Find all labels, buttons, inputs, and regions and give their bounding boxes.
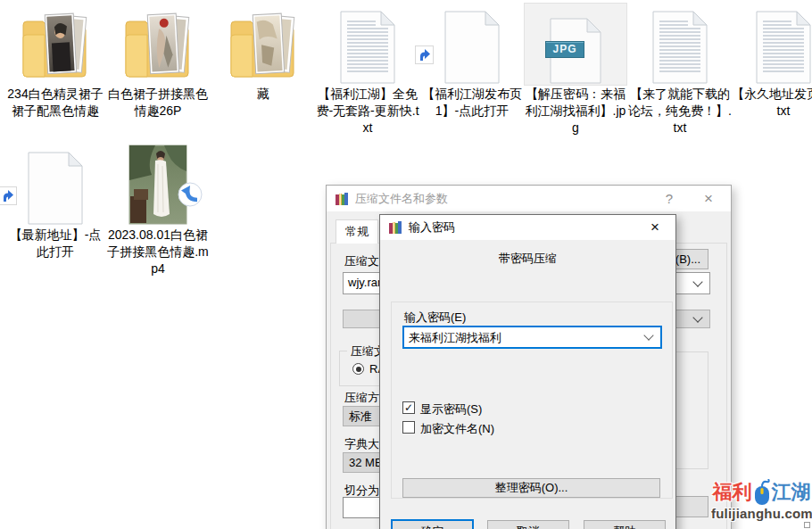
archive-name-label: 压缩文 <box>344 253 379 269</box>
method-label: 压缩方 <box>344 390 379 406</box>
desktop-item-folder-3[interactable]: 藏 <box>211 5 315 103</box>
file-name: 【永久地址发页】.txt <box>732 86 812 120</box>
text-file-icon[interactable] <box>732 5 812 84</box>
help-button[interactable]: ? <box>654 186 684 211</box>
encrypt-names-checkbox[interactable] <box>402 421 415 434</box>
folder-icon[interactable] <box>211 5 315 84</box>
winrar-icon <box>388 220 402 235</box>
mouse-icon <box>753 479 771 506</box>
desktop-item-video[interactable]: 2023.08.01白色裙子拼接黑色情趣.mp4 <box>106 143 210 277</box>
file-name: 【最新地址】-点此打开 <box>4 227 107 260</box>
password-value: 来福利江湖找福利 <box>409 331 501 344</box>
folder-icon[interactable] <box>4 5 107 84</box>
desktop-item-folder-2[interactable]: 白色裙子拼接黑色情趣26P <box>106 5 210 120</box>
video-file-icon[interactable] <box>106 143 210 225</box>
dictionary-label: 字典大 <box>344 436 379 452</box>
shortcut-arrow-icon <box>0 186 17 205</box>
desktop-item-txt-3[interactable]: 【永久地址发页】.txt <box>732 5 812 120</box>
archive-dialog-titlebar[interactable]: 压缩文件名和参数 ? × <box>327 186 731 211</box>
archive-dialog-title: 压缩文件名和参数 <box>355 191 448 207</box>
blank-page-icon <box>444 11 500 84</box>
jpg-file-icon[interactable]: JPG <box>524 5 627 84</box>
file-name: 【福利江湖发布页1】-点此打开 <box>420 86 524 120</box>
shortcut-file-icon[interactable] <box>4 146 107 225</box>
text-page-icon <box>756 11 811 84</box>
organize-passwords-button[interactable]: 整理密码(O)... <box>402 478 660 498</box>
file-name: 【解压密码：来福利江湖找福利】.jpg <box>524 86 627 136</box>
desktop-item-txt-1[interactable]: 【福利江湖】全免费-无套路-更新快.txt <box>316 5 419 136</box>
enter-password-label: 输入密码(E) <box>404 310 466 326</box>
show-password-checkbox[interactable]: ✓ <box>402 401 415 414</box>
desktop-item-shortcut-2[interactable]: 【最新地址】-点此打开 <box>4 146 107 260</box>
method-value: 标准 <box>349 409 372 423</box>
dictionary-value: 32 MB <box>349 456 383 469</box>
desktop-item-jpg[interactable]: JPG 【解压密码：来福利江湖找福利】.jpg <box>524 5 627 136</box>
text-file-icon[interactable] <box>628 5 732 84</box>
watermark-text-fuli: 福利 <box>713 479 752 506</box>
ok-button[interactable]: 确定 <box>391 519 474 529</box>
folder-photo-icon <box>120 9 195 84</box>
shortcut-arrow-icon <box>415 45 434 64</box>
winrar-icon <box>335 192 349 206</box>
text-file-icon[interactable] <box>316 5 419 84</box>
file-name: 2023.08.01白色裙子拼接黑色情趣.mp4 <box>106 227 210 277</box>
shortcut-file-icon[interactable] <box>420 5 524 84</box>
show-password-label[interactable]: 显示密码(S) <box>420 401 482 417</box>
desktop-item-txt-2[interactable]: 【来了就能下载的论坛，纯免费！】.txt <box>628 5 732 136</box>
chevron-down-icon[interactable] <box>692 277 702 286</box>
folder-photo-icon <box>18 9 93 84</box>
tab-general[interactable]: 常规 <box>336 219 378 244</box>
text-page-icon <box>652 11 708 84</box>
file-name: 白色裙子拼接黑色情趣26P <box>106 86 210 120</box>
video-overlay-arrow-icon <box>178 182 203 207</box>
encrypt-names-label[interactable]: 加密文件名(N) <box>420 421 494 437</box>
password-dialog-title: 输入密码 <box>409 219 455 236</box>
chevron-down-icon[interactable] <box>643 330 653 340</box>
file-name: 【来了就能下载的论坛，纯免费！】.txt <box>628 86 732 136</box>
desktop-item-shortcut-1[interactable]: 【福利江湖发布页1】-点此打开 <box>420 5 524 120</box>
watermark-text-jianghu: 江湖 <box>772 479 811 506</box>
text-page-icon <box>340 11 395 84</box>
password-dialog-header: 带密码压缩 <box>380 251 675 267</box>
archive-name-value: wjy.rar <box>348 276 381 289</box>
close-icon[interactable]: × <box>693 186 724 211</box>
format-rar-radio[interactable] <box>352 363 364 375</box>
desktop-item-folder-1[interactable]: 234白色精灵裙子裙子配黑色情趣 <box>4 5 107 120</box>
password-dialog-titlebar[interactable]: 输入密码 × <box>380 215 675 240</box>
password-combo[interactable]: 来福利江湖找福利 <box>402 326 662 349</box>
site-watermark: 福利 江湖 fulijianghu.com <box>711 479 812 521</box>
password-dialog: 输入密码 × 带密码压缩 输入密码(E) 来福利江湖找福利 ✓ 显示密码(S) … <box>379 214 676 529</box>
help-button[interactable]: 帮助 <box>584 520 666 529</box>
corner-mark <box>804 522 810 528</box>
cancel-button[interactable]: 取消 <box>487 520 569 529</box>
folder-photo-icon <box>226 9 301 84</box>
chevron-down-icon[interactable] <box>692 312 702 322</box>
close-icon[interactable]: × <box>640 215 670 240</box>
jpg-badge: JPG <box>545 41 584 58</box>
blank-page-icon <box>28 152 83 225</box>
file-name: 234白色精灵裙子裙子配黑色情趣 <box>4 86 107 120</box>
file-name: 藏 <box>211 86 315 103</box>
file-name: 【福利江湖】全免费-无套路-更新快.txt <box>316 86 419 136</box>
watermark-url: fulijianghu.com <box>711 506 812 521</box>
folder-icon[interactable] <box>106 5 210 84</box>
